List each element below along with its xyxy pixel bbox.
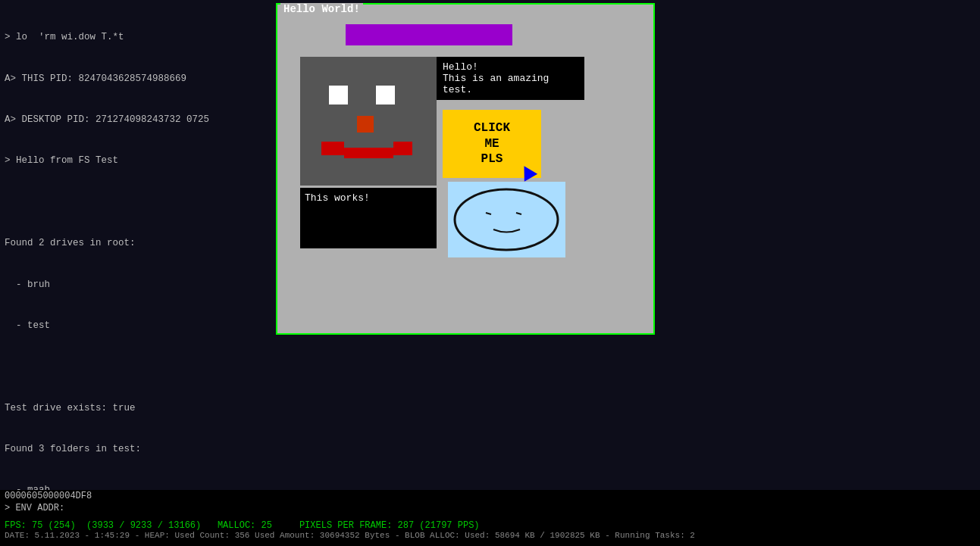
oval-face-widget (448, 182, 565, 257)
eye-left (329, 86, 348, 105)
window-title: Hello World! (280, 3, 363, 15)
status-bar: FPS: 75 (254) (3933 / 9233 / 13166) MALL… (0, 514, 980, 546)
terminal-line: A> DESKTOP PID: 271274098243732 0725 (5, 113, 268, 126)
hello-line2: This is an amazing test. (443, 73, 578, 95)
mouth-left (321, 142, 344, 155)
nose (357, 116, 374, 133)
this-works-label: This works! (305, 192, 370, 204)
addr-line-2: > ENV ADDR: (0, 502, 980, 514)
status-row-fps: FPS: 75 (254) (3933 / 9233 / 13166) MALL… (5, 520, 975, 531)
eye-right (376, 86, 395, 105)
window-frame: Hello World! Hello! This is an amazing t… (276, 3, 655, 335)
mouth-right (393, 142, 412, 155)
status-row-date: DATE: 5.11.2023 - 1:45:29 - HEAP: Used C… (5, 531, 975, 540)
svg-point-0 (455, 189, 558, 250)
terminal-line: - maab (5, 483, 268, 490)
addr-line-1: 0000605000004DF8 (0, 490, 980, 502)
terminal-line: - bruh (5, 278, 268, 292)
terminal-line: Found 2 drives in root: (5, 236, 268, 250)
svg-line-2 (516, 213, 521, 214)
hello-line1: Hello! (443, 61, 578, 73)
oval-face-svg (452, 186, 562, 254)
terminal-line: > lo 'rm wi.dow T.*t (5, 30, 268, 44)
face-widget (300, 57, 437, 186)
gui-panel: Hello World! Hello! This is an amazing t… (273, 0, 980, 490)
terminal-line: > Hello from FS Test (5, 154, 268, 167)
this-works-box: This works! (300, 188, 437, 248)
terminal-line (5, 195, 268, 209)
mouth-center (344, 148, 393, 158)
fps-label: FPS: 75 (254) (3933 / 9233 / 13166) MALL… (5, 520, 480, 531)
terminal-line: A> THIS PID: 8247043628574988669 (5, 72, 268, 86)
terminal-line (5, 360, 268, 373)
terminal-panel: > lo 'rm wi.dow T.*t A> THIS PID: 824704… (0, 0, 273, 490)
hello-text-box: Hello! This is an amazing test. (437, 57, 584, 100)
terminal-line: - test (5, 319, 268, 332)
terminal-line: Test drive exists: true (5, 401, 268, 415)
svg-line-1 (486, 213, 491, 214)
purple-bar (346, 24, 512, 45)
terminal-line: Found 3 folders in test: (5, 442, 268, 456)
window-content: Hello! This is an amazing test. CLICKMEP… (285, 23, 646, 326)
main-area: > lo 'rm wi.dow T.*t A> THIS PID: 824704… (0, 0, 980, 490)
